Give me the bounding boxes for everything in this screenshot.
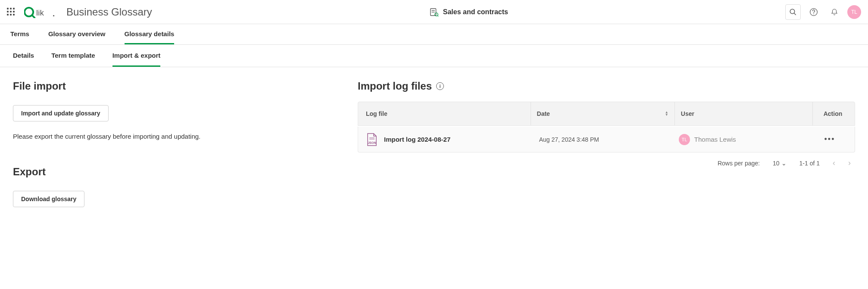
row-more-button[interactable]: •••	[824, 135, 835, 144]
primary-tabs: Terms Glossary overview Glossary details	[0, 24, 868, 45]
column-header-date[interactable]: Date ▲▼	[531, 102, 674, 125]
glossary-name: Sales and contracts	[443, 8, 508, 16]
glossary-selector[interactable]: Sales and contracts	[429, 7, 508, 17]
svg-text:lik: lik	[36, 8, 44, 17]
help-button[interactable]	[806, 4, 821, 20]
bell-icon	[831, 8, 838, 16]
svg-text:JSON: JSON	[368, 141, 376, 144]
info-icon[interactable]: i	[436, 82, 444, 90]
tab-glossary-overview[interactable]: Glossary overview	[48, 24, 106, 44]
log-table-row[interactable]: JSON Import log 2024-08-27 Aug 27, 2024 …	[358, 127, 855, 152]
row-user-name: Thomas Lewis	[694, 136, 736, 143]
help-icon	[809, 8, 818, 16]
subtab-details[interactable]: Details	[13, 45, 34, 67]
log-file-name: Import log 2024-08-27	[384, 136, 450, 143]
export-title: Export	[13, 166, 340, 178]
tab-glossary-details[interactable]: Glossary details	[125, 24, 175, 44]
page-title: Business Glossary	[66, 6, 152, 18]
svg-line-8	[437, 16, 438, 16]
log-file-date: Aug 27, 2024 3:48 PM	[533, 136, 673, 143]
rows-per-page-select[interactable]: 10 ⌄	[773, 160, 787, 167]
search-icon	[789, 8, 797, 16]
user-avatar[interactable]: TL	[847, 5, 861, 19]
pagination: Rows per page: 10 ⌄ 1-1 of 1 ‹ ›	[358, 152, 855, 168]
svg-line-1	[32, 15, 34, 18]
next-page-button[interactable]: ›	[848, 158, 851, 168]
column-header-user[interactable]: User	[674, 102, 812, 125]
import-log-title: Import log files	[358, 80, 432, 92]
secondary-tabs: Details Term template Import & export	[0, 45, 868, 67]
log-table-header: Log file Date ▲▼ User Action	[358, 102, 855, 126]
column-header-logfile[interactable]: Log file	[366, 110, 531, 117]
pagination-range: 1-1 of 1	[799, 160, 820, 167]
download-glossary-button[interactable]: Download glossary	[13, 191, 84, 207]
tab-terms[interactable]: Terms	[10, 24, 29, 44]
svg-point-9	[790, 9, 795, 14]
rows-per-page-label: Rows per page:	[718, 160, 760, 167]
row-user-avatar: TL	[679, 134, 690, 145]
subtab-term-template[interactable]: Term template	[51, 45, 95, 67]
column-header-date-label: Date	[537, 110, 550, 117]
svg-point-3	[53, 15, 54, 16]
qlik-logo[interactable]: lik	[24, 6, 58, 18]
glossary-icon	[429, 7, 439, 17]
search-button[interactable]	[785, 4, 801, 20]
svg-point-12	[813, 13, 814, 14]
import-update-button[interactable]: Import and update glossary	[13, 105, 109, 121]
sort-arrows-icon: ▲▼	[665, 111, 668, 116]
rows-per-page-value: 10	[773, 160, 780, 167]
svg-point-7	[435, 12, 438, 16]
chevron-down-icon: ⌄	[781, 160, 787, 167]
app-launcher-icon[interactable]	[7, 8, 16, 16]
top-bar: lik Business Glossary Sales and contract…	[0, 0, 868, 24]
subtab-import-export[interactable]: Import & export	[112, 45, 161, 67]
json-file-icon: JSON	[366, 133, 378, 146]
notifications-button[interactable]	[827, 4, 842, 20]
file-import-title: File import	[13, 80, 340, 92]
prev-page-button[interactable]: ‹	[833, 158, 835, 168]
import-helper-text: Please export the current glossary befor…	[13, 133, 340, 140]
svg-line-10	[794, 13, 796, 15]
column-header-action: Action	[812, 102, 847, 125]
